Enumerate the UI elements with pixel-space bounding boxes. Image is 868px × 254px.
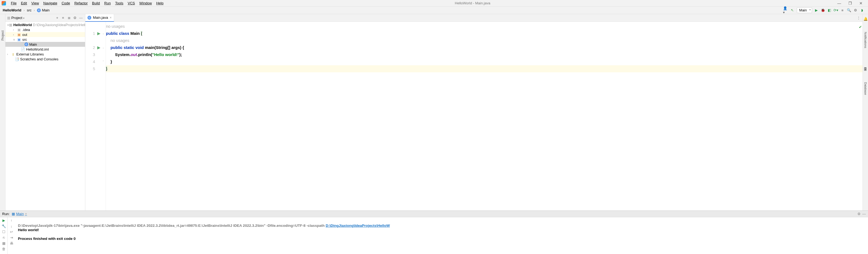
tree-src[interactable]: ∨▣ src — [5, 37, 85, 42]
softwrap-icon[interactable]: ↩ — [10, 230, 13, 234]
code-content[interactable]: no usages public class Main { no usages … — [106, 22, 863, 210]
console-path-link[interactable]: D:\DingJiaxiong\IdeaProjects\HelloW — [326, 224, 390, 228]
codewithme-icon[interactable]: ◗ — [859, 7, 865, 13]
right-tool-strip: 🔔 Notifications 🗄 Database — [863, 14, 868, 210]
expand-all-icon[interactable]: ≡ — [61, 16, 65, 20]
trash-icon[interactable]: 🗑 — [2, 247, 5, 251]
fold-icon[interactable]: ⌄ — [102, 44, 106, 51]
chevron-right-icon: › — [33, 8, 36, 12]
menu-navigate[interactable]: Navigate — [41, 1, 59, 5]
menu-build[interactable]: Build — [90, 1, 102, 5]
stop-icon[interactable]: ☐ — [2, 230, 5, 234]
tree-root[interactable]: ∨▦ HelloWorld D:\DingJiaxiong\IdeaProjec… — [5, 22, 85, 27]
breadcrumb-root[interactable]: HelloWorld — [3, 8, 21, 12]
code-editor[interactable]: 1 2 3 4 5 ▶ ▶ ⌄ ⌄ ⌃ no usages publ — [85, 22, 863, 210]
tree-ext-label: External Libraries — [16, 52, 44, 56]
debug-icon[interactable]: 🐞 — [820, 7, 826, 13]
minimize-button[interactable]: — — [834, 1, 845, 5]
tree-scr-label: Scratches and Consoles — [20, 57, 58, 61]
close-run-tab-icon[interactable]: × — [25, 212, 27, 216]
menu-refactor[interactable]: Refactor — [72, 1, 90, 5]
tree-external-libraries[interactable]: ›⫿ External Libraries — [5, 52, 85, 57]
settings-icon[interactable]: ⚙ — [852, 7, 859, 13]
fold-end-icon[interactable]: ⌃ — [102, 58, 106, 65]
search-icon[interactable]: 🔍 — [846, 7, 852, 13]
hide-icon[interactable]: — — [79, 16, 84, 20]
maximize-button[interactable]: ❐ — [845, 1, 856, 5]
menu-edit[interactable]: Edit — [19, 1, 29, 5]
close-tab-icon[interactable]: × — [110, 16, 112, 20]
close-button[interactable]: ✕ — [856, 1, 866, 5]
wrench-icon[interactable]: 🔧 — [2, 224, 6, 228]
profile-icon[interactable]: ⟳▾ — [833, 7, 839, 13]
menu-window[interactable]: Window — [137, 1, 154, 5]
coverage-icon[interactable]: ◧ — [827, 7, 832, 13]
run-toolbar-left: ▶ 🔧 ☐ ⎋ ▦ 🗑 — [0, 217, 8, 254]
console-stdout: Hello world! — [18, 228, 39, 232]
menu-vcs[interactable]: VCS — [125, 1, 137, 5]
project-panel: ▦ Project ⌖ ≡ ≣ ⚙ — ∨▦ HelloWorld D:\Din… — [5, 14, 85, 210]
down-icon[interactable]: ↓ — [10, 224, 12, 228]
inspection-ok-icon[interactable]: ✔ — [859, 23, 862, 30]
notifications-icon[interactable]: 🔔 — [863, 17, 868, 21]
tree-idea[interactable]: ›▣ .idea — [5, 27, 85, 32]
rerun-icon[interactable]: ▶ — [2, 218, 5, 222]
window-title: HelloWorld - Main.java — [166, 1, 834, 5]
database-icon[interactable]: 🗄 — [864, 67, 867, 71]
select-opened-icon[interactable]: ⌖ — [55, 16, 60, 20]
stop-icon[interactable]: ■ — [839, 7, 845, 13]
tabs-more-icon[interactable]: ⋮ — [857, 16, 860, 20]
console-command: D:\Develop\Java\jdk-17\bin\java.exe "-ja… — [18, 224, 326, 228]
editor-area: C Main.java × ⋮ 1 2 3 4 5 ▶ ▶ ⌄ — [85, 14, 863, 210]
project-view-combo[interactable]: Project — [11, 16, 25, 20]
back-icon[interactable]: ↖ — [789, 7, 796, 13]
run-config-select[interactable]: Main — [797, 7, 812, 13]
tree-scratches[interactable]: 📑 Scratches and Consoles — [5, 57, 85, 61]
tree-main-label: Main — [29, 43, 37, 47]
project-tree[interactable]: ∨▦ HelloWorld D:\DingJiaxiong\IdeaProjec… — [5, 22, 85, 210]
class-icon: C — [37, 8, 41, 12]
console-exit: Process finished with exit code 0 — [18, 236, 75, 241]
layout-icon[interactable]: ▦ — [2, 241, 5, 245]
class-icon: C — [88, 16, 91, 20]
library-icon: ⫿ — [11, 52, 15, 56]
breadcrumb: HelloWorld › src › C Main — [3, 8, 50, 12]
run-label: Run: — [2, 212, 9, 216]
print-icon[interactable]: 🖶 — [10, 241, 13, 245]
inspection-stripe: ✔ — [858, 22, 863, 210]
up-icon[interactable]: ↑ — [10, 218, 12, 222]
breadcrumb-file[interactable]: Main — [42, 8, 50, 12]
tab-main-java[interactable]: C Main.java × — [85, 14, 114, 22]
run-tab[interactable]: ▦ Main × — [9, 212, 29, 216]
settings-icon[interactable]: ⚙ — [858, 212, 861, 216]
run-header: Run: ▦ Main × ⚙ — — [0, 211, 868, 217]
gear-icon[interactable]: ⚙ — [72, 16, 78, 20]
tree-iml[interactable]: 📄 HelloWorld.iml — [5, 47, 85, 52]
fold-gutter: ⌄ ⌄ ⌃ — [102, 22, 106, 210]
console-output[interactable]: D:\Develop\Java\jdk-17\bin\java.exe "-ja… — [15, 217, 868, 254]
project-tool-button[interactable]: Project — [1, 30, 5, 40]
menu-help[interactable]: Help — [154, 1, 166, 5]
tree-out[interactable]: ›▣ out — [5, 32, 85, 37]
menu-code[interactable]: Code — [60, 1, 72, 5]
notifications-button[interactable]: Notifications — [864, 32, 867, 48]
breadcrumb-src[interactable]: src — [27, 8, 32, 12]
collapse-all-icon[interactable]: ≣ — [67, 16, 71, 20]
fold-icon[interactable]: ⌄ — [102, 30, 106, 37]
menu-tools[interactable]: Tools — [113, 1, 125, 5]
run-icon[interactable]: ▶ — [813, 7, 819, 13]
run-line-icon[interactable]: ▶ — [97, 44, 102, 51]
menu-run[interactable]: Run — [102, 1, 113, 5]
hide-icon[interactable]: — — [862, 212, 866, 216]
left-tool-strip: Project — [0, 14, 5, 210]
menu-file[interactable]: File — [9, 1, 19, 5]
exit-icon[interactable]: ⎋ — [3, 235, 5, 239]
user-icon[interactable]: 👤▾ — [783, 7, 789, 13]
menu-view[interactable]: View — [29, 1, 41, 5]
run-config-icon: ▦ — [12, 212, 15, 216]
run-line-icon[interactable]: ▶ — [97, 30, 102, 37]
database-button[interactable]: Database — [864, 82, 867, 95]
tree-main[interactable]: C Main — [5, 42, 85, 47]
class-icon: C — [25, 43, 28, 46]
scroll-icon[interactable]: ⇥ — [10, 235, 13, 239]
